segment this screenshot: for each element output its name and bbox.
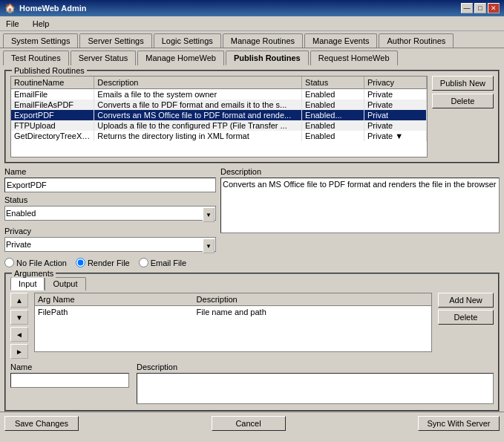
- app-title: HomeWeb Admin: [19, 4, 86, 13]
- table-row[interactable]: GetDirectoryTreeXML Returns the director…: [11, 131, 426, 141]
- cell-status: Enabled: [302, 120, 364, 131]
- table-row-selected[interactable]: ExportPDF Converts an MS Office file to …: [11, 110, 426, 120]
- name-label: Name: [4, 167, 216, 176]
- save-changes-button[interactable]: Save Changes: [4, 416, 79, 431]
- arg-desc-input[interactable]: [137, 373, 494, 404]
- cell-routine-name: GetDirectoryTreeXML: [11, 131, 94, 141]
- col-status: Status: [302, 77, 364, 89]
- tab-manage-events[interactable]: Manage Events: [304, 33, 377, 48]
- status-label: Status: [4, 195, 216, 204]
- arg-form-row: Name Description: [10, 363, 494, 406]
- table-row[interactable]: EmailFile Emails a file to the system ow…: [11, 89, 426, 100]
- radio-email-file[interactable]: Email File: [139, 258, 186, 267]
- status-select[interactable]: Enabled Disabled: [4, 206, 216, 221]
- routines-table[interactable]: RoutineName Description Status Privacy E…: [10, 76, 428, 157]
- add-new-button[interactable]: Add New: [438, 293, 494, 308]
- arg-col-desc: Description: [194, 293, 431, 306]
- arg-row[interactable]: FilePath File name and path: [35, 306, 431, 319]
- menu-bar: File Help: [0, 16, 504, 31]
- minimize-button[interactable]: —: [461, 3, 473, 13]
- arguments-content: ▲ ▼ ◄ ► Arg Name Description: [10, 293, 494, 359]
- arrow-down-button[interactable]: ▼: [10, 310, 28, 325]
- tab-request-homeweb[interactable]: Request HomeWeb: [310, 51, 398, 65]
- privacy-select-wrapper: Private Public: [4, 237, 216, 255]
- close-button[interactable]: ✕: [488, 3, 500, 13]
- col-privacy: Privacy: [364, 77, 426, 89]
- privacy-select[interactable]: Private Public: [4, 237, 216, 252]
- cell-routine-name: EmailFile: [11, 89, 94, 100]
- tab-output[interactable]: Output: [45, 277, 85, 290]
- cell-description: Converts a file to PDF format and emails…: [94, 100, 302, 110]
- tab-publish-routines[interactable]: Publish Routines: [226, 51, 309, 65]
- detail-form: Name Status Enabled Disabled Privacy Pri…: [4, 167, 500, 270]
- args-action-buttons: Add New Delete: [438, 293, 494, 359]
- title-bar: 🏠 HomeWeb Admin — □ ✕: [0, 0, 504, 16]
- tab-server-settings[interactable]: Server Settings: [79, 33, 151, 48]
- col-routine-name: RoutineName: [11, 77, 94, 89]
- col-description: Description: [94, 77, 302, 89]
- cell-privacy: Private: [364, 120, 426, 131]
- tab-logic-settings[interactable]: Logic Settings: [154, 33, 221, 48]
- cell-description: Returns the directory listing in XML for…: [94, 131, 302, 141]
- radio-render-file[interactable]: Render File: [76, 258, 130, 267]
- cell-privacy: Private: [364, 100, 426, 110]
- published-routines-title: Published Routines: [12, 66, 87, 75]
- arguments-panel: Arguments Input Output ▲ ▼ ◄ ►: [4, 273, 500, 412]
- cell-privacy: Privat: [364, 110, 426, 120]
- arguments-tabs: Input Output: [10, 277, 494, 290]
- cell-description: Uploads a file to the configured FTP (Fi…: [94, 120, 302, 131]
- cell-routine-name: FTPUpload: [11, 120, 94, 131]
- sync-with-server-button[interactable]: Sync With Server: [418, 416, 500, 431]
- arg-col-name: Arg Name: [35, 293, 194, 306]
- published-routines-panel: Published Routines RoutineName Descripti…: [4, 70, 500, 163]
- cell-status: Enabled...: [302, 110, 364, 120]
- cancel-button[interactable]: Cancel: [212, 416, 286, 431]
- delete-arg-button[interactable]: Delete: [438, 310, 494, 325]
- arg-desc-label: Description: [137, 363, 494, 371]
- tab-system-settings[interactable]: System Settings: [3, 33, 78, 48]
- arguments-title: Arguments: [12, 269, 56, 278]
- cell-privacy: Private: [364, 89, 426, 100]
- cell-description: Converts an MS Office file to PDF format…: [94, 110, 302, 120]
- maximize-button[interactable]: □: [474, 3, 486, 13]
- privacy-label: Privacy: [4, 227, 216, 235]
- table-row[interactable]: EmailFileAsPDF Converts a file to PDF fo…: [11, 100, 426, 110]
- table-row[interactable]: FTPUpload Uploads a file to the configur…: [11, 120, 426, 131]
- app-icon: 🏠: [4, 3, 16, 13]
- tab-input[interactable]: Input: [10, 277, 45, 290]
- desc-label: Description: [220, 167, 500, 176]
- menu-help[interactable]: Help: [30, 19, 53, 29]
- file-action-radio-group: No File Action Render File Email File: [4, 258, 216, 267]
- menu-file[interactable]: File: [3, 19, 22, 29]
- tab-manage-routines[interactable]: Manage Routines: [223, 33, 303, 48]
- radio-no-file-action[interactable]: No File Action: [4, 258, 67, 267]
- arg-name-input[interactable]: [10, 373, 129, 388]
- top-tab-row: System Settings Server Settings Logic Se…: [0, 31, 504, 48]
- cell-routine-name: EmailFileAsPDF: [11, 100, 94, 110]
- args-arrow-controls: ▲ ▼ ◄ ►: [10, 293, 28, 359]
- arg-name-field: Name: [10, 363, 129, 406]
- arrow-up-button[interactable]: ▲: [10, 293, 28, 308]
- tab-author-routines[interactable]: Author Routines: [379, 33, 454, 48]
- name-input[interactable]: [4, 178, 216, 192]
- arrow-left-button[interactable]: ◄: [10, 327, 28, 342]
- cell-status: Enabled: [302, 100, 364, 110]
- routines-buttons: Publish New Delete: [432, 76, 494, 157]
- delete-routine-button[interactable]: Delete: [432, 94, 494, 108]
- arrow-right-button[interactable]: ►: [10, 344, 28, 359]
- main-window: 🏠 HomeWeb Admin — □ ✕ File Help System S…: [0, 0, 504, 442]
- description-textarea[interactable]: Converts an MS Office file to PDF format…: [220, 178, 500, 233]
- bottom-bar: Save Changes Cancel Sync With Server: [0, 412, 504, 435]
- arg-desc-cell: File name and path: [194, 306, 431, 319]
- tab-manage-homeweb[interactable]: Manage HomeWeb: [137, 51, 224, 65]
- args-table[interactable]: Arg Name Description FilePath File name …: [34, 293, 432, 352]
- publish-new-button[interactable]: Publish New: [432, 76, 494, 91]
- tab-test-routines[interactable]: Test Routines: [3, 51, 69, 65]
- detail-right: Description Converts an MS Office file t…: [220, 167, 500, 270]
- tab-server-status[interactable]: Server Status: [71, 51, 137, 65]
- cell-status: Enabled: [302, 89, 364, 100]
- cell-description: Emails a file to the system owner: [94, 89, 302, 100]
- cell-status: Enabled: [302, 131, 364, 141]
- status-select-wrapper: Enabled Disabled: [4, 206, 216, 224]
- detail-left: Name Status Enabled Disabled Privacy Pri…: [4, 167, 216, 270]
